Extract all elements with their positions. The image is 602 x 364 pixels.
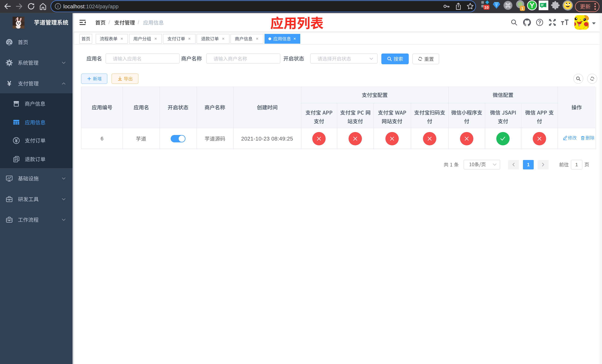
svg-text:1: 1	[521, 6, 524, 11]
svg-text:10: 10	[484, 5, 489, 10]
